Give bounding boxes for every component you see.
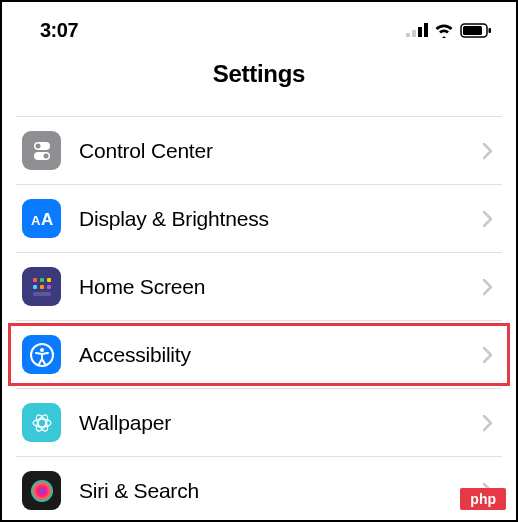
chevron-right-icon bbox=[482, 142, 494, 160]
settings-item-siri[interactable]: Siri & Search bbox=[16, 457, 502, 522]
chevron-right-icon bbox=[482, 210, 494, 228]
settings-item-home-screen[interactable]: Home Screen bbox=[16, 253, 502, 321]
item-label: Wallpaper bbox=[79, 411, 482, 435]
svg-rect-18 bbox=[47, 285, 51, 289]
svg-rect-3 bbox=[424, 23, 428, 37]
battery-icon bbox=[460, 23, 492, 38]
watermark: php bbox=[460, 488, 506, 510]
svg-rect-16 bbox=[33, 285, 37, 289]
svg-point-26 bbox=[31, 480, 53, 502]
item-label: Display & Brightness bbox=[79, 207, 482, 231]
settings-list: Control Center A A Display & Brightness … bbox=[16, 116, 502, 522]
wallpaper-icon bbox=[22, 403, 61, 442]
wifi-icon bbox=[434, 23, 454, 38]
status-bar: 3:07 bbox=[2, 2, 516, 52]
control-center-icon bbox=[22, 131, 61, 170]
svg-rect-19 bbox=[33, 292, 51, 296]
item-label: Control Center bbox=[79, 139, 482, 163]
settings-item-wallpaper[interactable]: Wallpaper bbox=[16, 389, 502, 457]
chevron-right-icon bbox=[482, 278, 494, 296]
display-icon: A A bbox=[22, 199, 61, 238]
settings-item-display[interactable]: A A Display & Brightness bbox=[16, 185, 502, 253]
siri-icon bbox=[22, 471, 61, 510]
page-title: Settings bbox=[2, 60, 516, 88]
header: Settings bbox=[2, 52, 516, 116]
svg-point-10 bbox=[43, 153, 48, 158]
item-label: Siri & Search bbox=[79, 479, 482, 503]
status-time: 3:07 bbox=[40, 19, 78, 42]
svg-rect-14 bbox=[40, 278, 44, 282]
settings-item-accessibility[interactable]: Accessibility bbox=[16, 321, 502, 389]
cellular-icon bbox=[406, 23, 428, 37]
svg-rect-13 bbox=[33, 278, 37, 282]
svg-rect-2 bbox=[418, 27, 422, 37]
chevron-right-icon bbox=[482, 414, 494, 432]
status-icons bbox=[406, 23, 492, 38]
svg-point-23 bbox=[33, 419, 51, 427]
svg-text:A: A bbox=[41, 210, 53, 229]
settings-item-control-center[interactable]: Control Center bbox=[16, 117, 502, 185]
chevron-right-icon bbox=[482, 346, 494, 364]
svg-rect-1 bbox=[412, 30, 416, 37]
svg-rect-6 bbox=[489, 28, 492, 33]
accessibility-icon bbox=[22, 335, 61, 374]
svg-point-8 bbox=[35, 143, 40, 148]
svg-rect-0 bbox=[406, 33, 410, 37]
svg-text:A: A bbox=[31, 213, 41, 228]
item-label: Home Screen bbox=[79, 275, 482, 299]
svg-rect-17 bbox=[40, 285, 44, 289]
svg-rect-15 bbox=[47, 278, 51, 282]
home-screen-icon bbox=[22, 267, 61, 306]
svg-point-21 bbox=[40, 348, 44, 352]
item-label: Accessibility bbox=[79, 343, 482, 367]
svg-rect-5 bbox=[463, 26, 482, 35]
